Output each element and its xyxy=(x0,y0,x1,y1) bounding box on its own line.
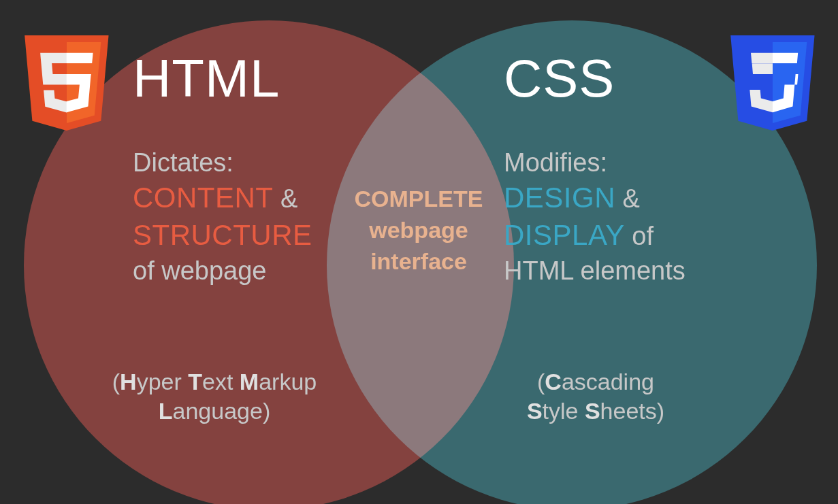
css-amp: & xyxy=(615,184,640,213)
css-trail-inline: of xyxy=(625,222,654,250)
acro-c: C xyxy=(545,369,562,394)
css-acronym: (Cascading Style Sheets) xyxy=(477,367,715,425)
css-display-keyword: DISPLAY xyxy=(504,219,625,251)
acro-h: H xyxy=(120,369,137,394)
html-trail: of webpage xyxy=(133,256,267,285)
acro-l: L xyxy=(159,398,173,424)
venn-intersection-label: COMPLETE webpage interface xyxy=(340,184,497,278)
css-lead: Modifies: xyxy=(504,148,607,177)
html-description: Dictates: CONTENT & STRUCTURE of webpage xyxy=(133,146,357,288)
html-structure-keyword: STRUCTURE xyxy=(133,219,312,251)
intersection-line2: webpage xyxy=(369,217,468,243)
acro-l-rest: anguage xyxy=(173,398,263,424)
paren-open: ( xyxy=(537,369,545,394)
html5-logo-icon xyxy=(19,29,114,140)
html-title: HTML xyxy=(133,48,280,110)
css3-logo-icon xyxy=(725,29,820,140)
paren-open: ( xyxy=(112,369,120,394)
css-design-keyword: DESIGN xyxy=(504,182,615,214)
intersection-line1: COMPLETE xyxy=(355,186,483,212)
css-title: CSS xyxy=(504,48,615,110)
acro-s2: S xyxy=(585,398,600,424)
acro-s1: S xyxy=(527,398,543,424)
html-amp: & xyxy=(274,184,298,213)
acro-m-rest: arkup xyxy=(259,369,317,394)
paren-close: ) xyxy=(657,398,664,424)
venn-diagram: HTML CSS Dictates: CONTENT & STRUCTURE o… xyxy=(0,0,838,504)
acro-m: M xyxy=(240,369,259,394)
acro-s1-rest: tyle xyxy=(543,398,585,424)
acro-t: T xyxy=(188,369,202,394)
acro-h-rest: yper xyxy=(137,369,189,394)
css-description: Modifies: DESIGN & DISPLAY of HTML eleme… xyxy=(504,146,728,288)
intersection-line3: interface xyxy=(370,248,467,274)
css-trail2: HTML elements xyxy=(504,256,686,285)
html-lead: Dictates: xyxy=(133,148,233,177)
acro-s2-rest: heets xyxy=(600,398,657,424)
html-acronym: (Hyper Text Markup Language) xyxy=(82,367,347,425)
html-content-keyword: CONTENT xyxy=(133,182,274,214)
paren-close: ) xyxy=(263,398,270,424)
acro-t-rest: ext xyxy=(202,369,240,394)
acro-c-rest: ascading xyxy=(562,369,654,394)
